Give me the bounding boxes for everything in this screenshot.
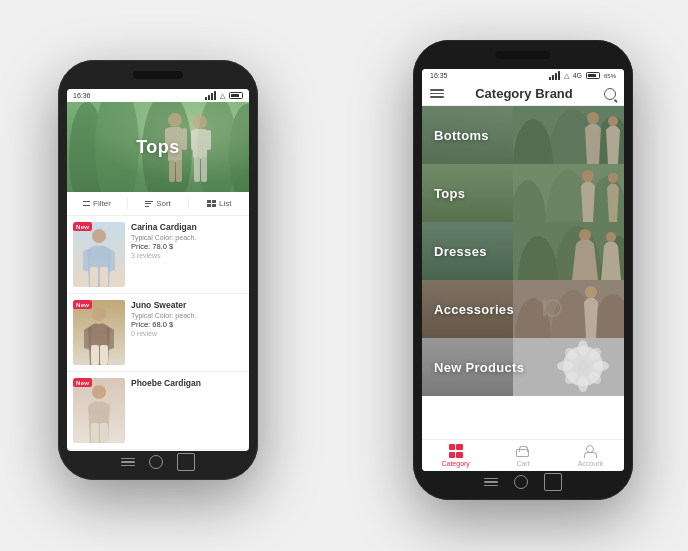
- cart-icon: [516, 446, 529, 457]
- left-time: 16:36: [73, 92, 91, 99]
- right-home-bar: [484, 473, 562, 491]
- svg-point-18: [92, 229, 106, 243]
- product-thumb-1: New: [73, 222, 125, 287]
- account-icon: [584, 445, 597, 458]
- category-item-accessories[interactable]: Accessories: [422, 280, 624, 338]
- category-item-bottoms[interactable]: Bottoms: [422, 106, 624, 164]
- phone-right: 16:35 △ 4G 65%: [413, 40, 633, 500]
- svg-rect-19: [90, 267, 98, 287]
- scene: 16:36 △: [0, 0, 688, 551]
- product-list: New: [67, 216, 249, 450]
- wifi-icon: △: [220, 92, 225, 100]
- search-button[interactable]: [604, 88, 616, 100]
- new-badge-2: New: [73, 300, 92, 309]
- category-label-tops: Tops: [422, 186, 465, 201]
- sort-button[interactable]: Sort: [128, 196, 188, 211]
- category-nav-icon: [449, 444, 463, 458]
- category-label-accessories: Accessories: [422, 302, 514, 317]
- svg-rect-10: [176, 160, 182, 182]
- product-reviews-2: 0 review: [131, 330, 243, 337]
- product-info-2: Juno Sweater Typical Color: peach. Price…: [125, 300, 243, 337]
- left-status-bar: 16:36 △: [67, 89, 249, 102]
- product-name-1: Carina Cardigan: [131, 222, 243, 232]
- svg-rect-14: [206, 130, 211, 150]
- new-badge-3: New: [73, 378, 92, 387]
- product-color-1: Typical Color: peach.: [131, 234, 243, 241]
- svg-rect-27: [91, 423, 99, 443]
- product-thumb-3: New: [73, 378, 125, 443]
- left-filter-bar[interactable]: Filter Sort L: [67, 192, 249, 216]
- right-top-bar: Category Brand: [422, 82, 624, 106]
- product-item-1[interactable]: New: [67, 216, 249, 294]
- svg-point-22: [92, 307, 106, 321]
- product-price-1: Price: 78.0 $: [131, 242, 243, 251]
- filter-icon: [83, 201, 90, 206]
- nav-account-label: Account: [578, 460, 603, 467]
- sort-label: Sort: [156, 199, 171, 208]
- svg-rect-20: [100, 267, 108, 287]
- list-label: List: [219, 199, 231, 208]
- battery-percent: 65%: [604, 73, 616, 79]
- menu-icon: [121, 458, 135, 467]
- left-hero: Tops: [67, 102, 249, 192]
- product-item-3[interactable]: New: [67, 372, 249, 450]
- right-back-button[interactable]: [544, 473, 562, 491]
- right-screen: 16:35 △ 4G 65%: [422, 69, 624, 471]
- new-badge-1: New: [73, 222, 92, 231]
- right-menu-icon: [484, 478, 498, 487]
- phone-left: 16:36 △: [58, 60, 258, 480]
- list-icon: [207, 200, 217, 208]
- left-screen: 16:36 △: [67, 89, 249, 451]
- svg-point-11: [193, 115, 207, 129]
- product-info-1: Carina Cardigan Typical Color: peach. Pr…: [125, 222, 243, 259]
- svg-rect-28: [100, 423, 108, 443]
- category-label-bottoms: Bottoms: [422, 128, 489, 143]
- svg-rect-16: [201, 157, 207, 182]
- battery-icon: [229, 92, 243, 99]
- right-screen-title: Category Brand: [475, 86, 573, 101]
- account-nav-icon: [583, 444, 597, 458]
- right-notch: [496, 51, 551, 59]
- category-grid: Bottoms: [422, 106, 624, 396]
- right-time: 16:35: [430, 72, 448, 79]
- product-item-2[interactable]: New: [67, 294, 249, 372]
- nav-cart[interactable]: Cart: [489, 440, 556, 471]
- bottom-nav: Category Cart Account: [422, 439, 624, 471]
- nav-category[interactable]: Category: [422, 440, 489, 471]
- sort-icon: [145, 201, 153, 207]
- left-hero-title: Tops: [136, 137, 180, 158]
- svg-rect-8: [182, 128, 187, 150]
- svg-rect-9: [169, 160, 175, 182]
- product-thumb-2: New: [73, 300, 125, 365]
- hamburger-button[interactable]: [430, 89, 444, 98]
- cart-nav-icon: [516, 444, 530, 458]
- back-button[interactable]: [177, 453, 195, 471]
- right-wifi: △: [564, 72, 569, 80]
- svg-point-5: [168, 113, 182, 127]
- product-info-3: Phoebe Cardigan: [125, 378, 243, 390]
- nav-category-label: Category: [441, 460, 469, 467]
- svg-rect-23: [91, 345, 99, 365]
- product-price-2: Price: 68.0 $: [131, 320, 243, 329]
- category-item-new-products[interactable]: New Products: [422, 338, 624, 396]
- category-label-dresses: Dresses: [422, 244, 487, 259]
- nav-account[interactable]: Account: [557, 440, 624, 471]
- grid-icon: [449, 444, 463, 458]
- left-home-bar: [121, 453, 195, 471]
- filter-label: Filter: [93, 199, 111, 208]
- filter-button[interactable]: Filter: [67, 196, 127, 211]
- right-battery-text: 4G: [573, 72, 582, 79]
- right-status-bar: 16:35 △ 4G 65%: [422, 69, 624, 82]
- nav-cart-label: Cart: [516, 460, 529, 467]
- svg-rect-15: [194, 157, 200, 182]
- category-item-tops[interactable]: Tops: [422, 164, 624, 222]
- category-item-dresses[interactable]: Dresses: [422, 222, 624, 280]
- left-notch: [133, 71, 183, 79]
- svg-point-26: [92, 385, 106, 399]
- signal-bars: [205, 91, 216, 100]
- right-home-button[interactable]: [514, 475, 528, 489]
- right-battery: [586, 72, 600, 79]
- product-reviews-1: 3 reviews: [131, 252, 243, 259]
- home-button[interactable]: [149, 455, 163, 469]
- list-view-button[interactable]: List: [189, 196, 249, 211]
